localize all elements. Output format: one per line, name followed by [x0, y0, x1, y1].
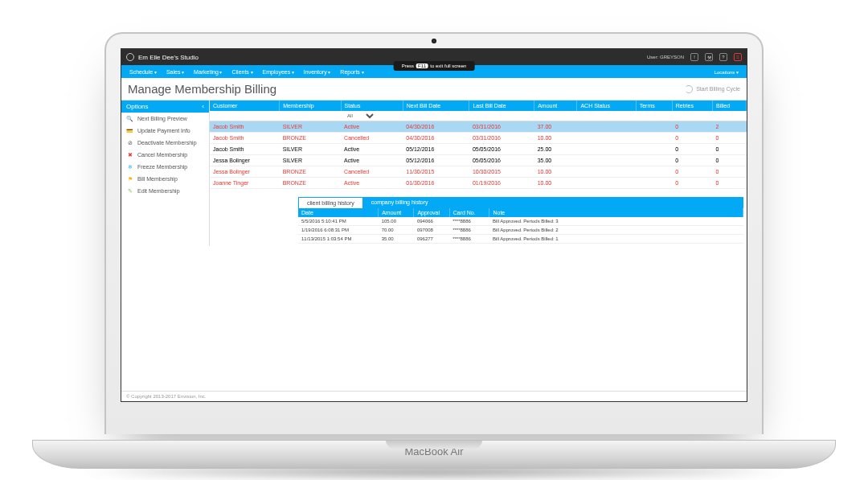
cell: SILVER — [280, 121, 341, 133]
fs-key: F11 — [416, 64, 428, 68]
sidebar-item-freeze-membership[interactable]: ❄Freeze Membership — [121, 161, 209, 173]
cell: Active — [341, 121, 403, 133]
minus-icon: ⊘ — [126, 139, 133, 146]
table-row[interactable]: Jacob SmithBRONZECancelled04/30/201603/3… — [210, 133, 747, 144]
cell: 05/12/2016 — [403, 155, 469, 166]
cell: 2 — [712, 121, 746, 133]
grid-col-next-bill-date[interactable]: Next Bill Date — [403, 101, 469, 111]
grid-col-retries[interactable]: Retries — [672, 101, 712, 111]
sidebar-item-label: Freeze Membership — [137, 164, 187, 170]
table-row[interactable]: Jacob SmithSILVERActive04/30/201603/31/2… — [210, 121, 747, 133]
history-row[interactable]: 1/19/2016 6:08:31 PM70.00097008****8886B… — [298, 226, 743, 235]
cell: Bill Approved. Periods Billed: 2 — [489, 226, 743, 235]
help-icon[interactable]: ? — [719, 53, 727, 61]
menu-locations[interactable]: Locations — [711, 69, 742, 75]
cell: 0 — [712, 166, 746, 178]
cell — [636, 133, 672, 144]
status-filter[interactable]: All — [344, 113, 376, 119]
fullscreen-hint: Press F11 to exit full screen — [394, 61, 475, 71]
table-row[interactable]: Jessa BolingerSILVERActive05/12/201605/0… — [210, 155, 747, 166]
cell — [577, 133, 636, 144]
menu-reports[interactable]: Reports — [337, 69, 366, 75]
chevron-left-icon[interactable]: ‹ — [202, 103, 204, 110]
grid-col-billed[interactable]: Billed — [712, 101, 746, 111]
history-row[interactable]: 5/5/2016 5:10:41 PM105.00094066****8886B… — [298, 217, 743, 226]
cell: 10.00 — [534, 133, 577, 144]
cell — [577, 178, 636, 189]
sidebar-item-label: Edit Membership — [137, 188, 180, 194]
tools-icon[interactable]: ⚒ — [705, 53, 713, 61]
grid-col-ach-status[interactable]: ACH Status — [577, 101, 636, 111]
menu-schedule[interactable]: Schedule — [126, 69, 160, 75]
grid-col-amount[interactable]: Amount — [534, 101, 577, 111]
grid-col-last-bill-date[interactable]: Last Bill Date — [469, 101, 534, 111]
cell: Active — [341, 144, 403, 155]
sidebar-item-edit-membership[interactable]: ✎Edit Membership — [121, 185, 209, 197]
cell: BRONZE — [280, 133, 341, 144]
start-cycle-label: Start Billing Cycle — [696, 86, 740, 92]
grid-col-customer[interactable]: Customer — [210, 101, 280, 111]
sidebar-item-next-billing-preview[interactable]: 🔍Next Billing Preview — [121, 113, 209, 125]
hist-col-card-no-[interactable]: Card No. — [449, 208, 489, 217]
tab-company-history[interactable]: company billing history — [363, 197, 436, 208]
menu-clients[interactable]: Clients — [228, 69, 256, 75]
grid-col-membership[interactable]: Membership — [280, 101, 341, 111]
alert-icon[interactable]: ! — [690, 53, 698, 61]
cell: 01/19/2016 — [469, 178, 534, 189]
cell: SILVER — [280, 155, 341, 166]
studio-name: Em Elle Dee's Studio — [138, 54, 199, 61]
screen: Em Elle Dee's Studio User: GREYSON ! ⚒ ?… — [121, 48, 747, 402]
menu-inventory[interactable]: Inventory — [301, 69, 334, 75]
menu-employees[interactable]: Employees — [260, 69, 297, 75]
cell: BRONZE — [280, 178, 341, 189]
cell: ****8886 — [449, 217, 489, 226]
sidebar-item-cancel-membership[interactable]: ✖Cancel Membership — [121, 149, 209, 161]
cell: 05/05/2016 — [469, 155, 534, 166]
cell: 0 — [712, 144, 746, 155]
cell — [636, 155, 672, 166]
sidebar-item-label: Cancel Membership — [137, 152, 187, 158]
hist-col-amount[interactable]: Amount — [379, 208, 414, 217]
table-row[interactable]: Joanne TingerBRONZEActive01/30/201601/19… — [210, 178, 747, 189]
grid-filter-row: All — [210, 111, 747, 121]
cell: BRONZE — [280, 166, 341, 178]
cell — [636, 144, 672, 155]
hist-col-note[interactable]: Note — [489, 208, 743, 217]
tab-client-history[interactable]: client billing history — [298, 197, 363, 208]
cell: 0 — [672, 155, 712, 166]
menu-icon[interactable]: ≡ — [734, 53, 742, 61]
hist-col-approval[interactable]: Approval — [414, 208, 449, 217]
cell: 096277 — [414, 235, 449, 244]
cell: 04/30/2016 — [403, 121, 469, 133]
cell: 37.00 — [534, 121, 577, 133]
bill-icon: ⚑ — [126, 175, 133, 183]
fs-post: to exit full screen — [430, 64, 466, 68]
table-row[interactable]: Jacob SmithSILVERActive05/12/201605/05/2… — [210, 144, 747, 155]
grid-col-status[interactable]: Status — [341, 101, 403, 111]
history-panel: client billing history company billing h… — [298, 197, 743, 246]
start-billing-cycle-button[interactable]: Start Billing Cycle — [685, 85, 740, 93]
cell: 0 — [672, 121, 712, 133]
pencil-icon: ✎ — [126, 187, 133, 195]
menu-marketing[interactable]: Marketing — [190, 69, 225, 75]
cell: 05/05/2016 — [469, 144, 534, 155]
cell: SILVER — [280, 144, 341, 155]
sidebar-item-label: Update Payment Info — [137, 128, 190, 133]
cell — [577, 166, 636, 178]
cell: 11/30/2015 — [403, 166, 469, 178]
page-header: Manage Membership Billing Start Billing … — [121, 78, 747, 101]
sidebar-item-update-payment-info[interactable]: 💳Update Payment Info — [121, 125, 209, 137]
sidebar-item-deactivate-membership[interactable]: ⊘Deactivate Membership — [121, 137, 209, 149]
hist-col-date[interactable]: Date — [298, 208, 379, 217]
cell: 35.00 — [534, 155, 577, 166]
table-row[interactable]: Jessa BolingerBRONZECancelled11/30/20151… — [210, 166, 747, 178]
cell: 04/30/2016 — [403, 133, 469, 144]
menu-sales[interactable]: Sales — [163, 69, 187, 75]
sidebar-item-bill-membership[interactable]: ⚑Bill Membership — [121, 173, 209, 185]
cell: 105.00 — [379, 217, 414, 226]
grid-col-terms[interactable]: Terms — [636, 101, 672, 111]
history-tabs: client billing history company billing h… — [298, 197, 743, 208]
history-row[interactable]: 11/13/2015 1:03:54 PM35.00096277****8886… — [298, 235, 743, 244]
cell: 097008 — [414, 226, 449, 235]
page-title: Manage Membership Billing — [128, 82, 276, 96]
